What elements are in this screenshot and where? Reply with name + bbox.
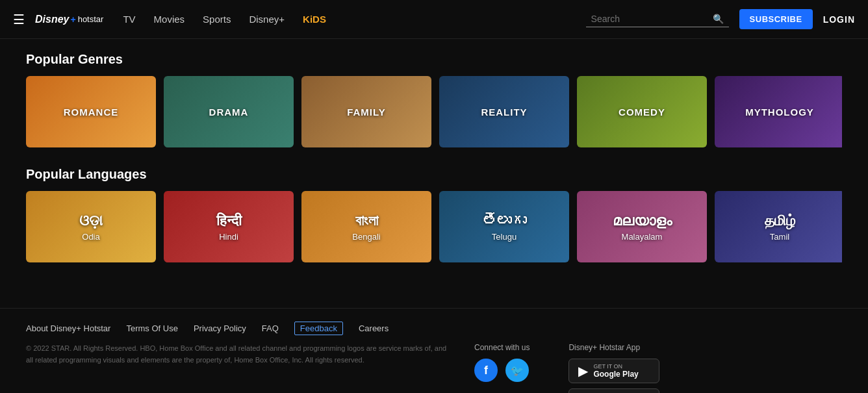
genre-card-family[interactable]: FAMILY (301, 76, 431, 147)
genre-label-drama: DRAMA (209, 107, 249, 118)
connect-section: Connect with us f 🐦 (474, 343, 530, 393)
logo-plus-text: + (70, 14, 75, 25)
genre-card-mythology[interactable]: MYTHOLOGY (715, 76, 842, 147)
facebook-icon[interactable]: f (474, 359, 498, 382)
lang-label-telugu: తెలుగు Telugu (482, 212, 526, 242)
genre-label-comedy: COMEDY (619, 107, 665, 118)
footer-link-terms[interactable]: Terms Of Use (126, 323, 177, 333)
subscribe-button[interactable]: SUBSCRIBE (739, 9, 813, 29)
app-section: Disney+ Hotstar App ▶ GET IT ON Google P… (568, 343, 659, 393)
lang-label-odia: ଓଡ଼ା Odia (79, 212, 103, 242)
nav-link-sports[interactable]: Sports (203, 14, 231, 25)
genre-card-comedy[interactable]: COMEDY (577, 76, 707, 147)
login-button[interactable]: LOGIN (823, 14, 855, 25)
nav-links: TV Movies Sports Disney+ KiDS (123, 14, 585, 25)
lang-card-malayalam[interactable]: മലയാളം Malayalam (577, 191, 707, 262)
google-play-text: GET IT ON Google Play (593, 363, 638, 379)
genre-label-reality: REALITY (481, 107, 527, 118)
nav-link-disneyplus[interactable]: Disney+ (249, 14, 285, 25)
genres-section: Popular Genres ROMANCE DRAMA FAMILY REAL… (26, 52, 842, 147)
genre-card-reality[interactable]: REALITY (439, 76, 569, 147)
languages-row: ଓଡ଼ା Odia हिन्दी Hindi বাংলা Bengali తెల… (26, 191, 842, 262)
genre-label-family: FAMILY (347, 107, 386, 118)
menu-icon[interactable]: ☰ (13, 12, 25, 27)
footer-link-privacy[interactable]: Privacy Policy (194, 323, 246, 333)
lang-label-bengali: বাংলা Bengali (352, 212, 380, 242)
app-buttons: ▶ GET IT ON Google Play Download on the … (568, 359, 659, 393)
nav-right: 🔍 SUBSCRIBE LOGIN (586, 9, 855, 29)
genres-title: Popular Genres (26, 52, 842, 67)
footer-link-about[interactable]: About Disney+ Hotstar (26, 323, 110, 333)
genre-card-drama[interactable]: DRAMA (164, 76, 294, 147)
lang-card-odia[interactable]: ଓଡ଼ା Odia (26, 191, 156, 262)
main-content: Popular Genres ROMANCE DRAMA FAMILY REAL… (0, 39, 868, 295)
lang-card-telugu[interactable]: తెలుగు Telugu (439, 191, 569, 262)
nav-link-kids[interactable]: KiDS (303, 14, 326, 25)
nav-link-tv[interactable]: TV (123, 14, 135, 25)
lang-card-bengali[interactable]: বাংলা Bengali (301, 191, 431, 262)
app-store-button[interactable]: Download on the App Store (568, 388, 659, 393)
languages-section: Popular Languages ଓଡ଼ା Odia हिन्दी Hindi… (26, 167, 842, 262)
languages-title: Popular Languages (26, 167, 842, 182)
logo-hotstar-text: hotstar (78, 14, 104, 24)
footer: About Disney+ Hotstar Terms Of Use Priva… (0, 308, 868, 393)
lang-card-tamil[interactable]: தமிழ் Tamil (715, 191, 842, 262)
google-play-icon: ▶ (578, 363, 588, 379)
footer-link-feedback[interactable]: Feedback (294, 322, 343, 335)
footer-right: Connect with us f 🐦 Disney+ Hotstar App … (474, 343, 659, 393)
navbar: ☰ Disney + hotstar TV Movies Sports Disn… (0, 0, 868, 39)
genre-label-mythology: MYTHOLOGY (745, 107, 814, 118)
lang-label-hindi: हिन्दी Hindi (216, 212, 242, 242)
footer-link-faq[interactable]: FAQ (262, 323, 279, 333)
connect-title: Connect with us (474, 343, 530, 352)
genre-card-romance[interactable]: ROMANCE (26, 76, 156, 147)
search-box[interactable]: 🔍 (586, 11, 729, 27)
lang-card-hindi[interactable]: हिन्दी Hindi (164, 191, 294, 262)
site-logo[interactable]: Disney + hotstar (35, 14, 103, 25)
app-title: Disney+ Hotstar App (568, 343, 659, 352)
lang-label-tamil: தமிழ் Tamil (765, 212, 795, 242)
lang-label-malayalam: മലയാളം Malayalam (613, 212, 672, 242)
genre-label-romance: ROMANCE (64, 107, 119, 118)
footer-links: About Disney+ Hotstar Terms Of Use Priva… (26, 322, 842, 335)
footer-bottom: © 2022 STAR. All Rights Reserved. HBO, H… (26, 343, 842, 393)
logo-disney-text: Disney (35, 14, 69, 25)
search-icon: 🔍 (713, 14, 724, 24)
footer-copyright: © 2022 STAR. All Rights Reserved. HBO, H… (26, 343, 448, 366)
genres-row: ROMANCE DRAMA FAMILY REALITY COMEDY MYTH… (26, 76, 842, 147)
nav-link-movies[interactable]: Movies (154, 14, 185, 25)
search-input[interactable] (591, 14, 713, 24)
google-play-button[interactable]: ▶ GET IT ON Google Play (568, 359, 659, 383)
twitter-icon[interactable]: 🐦 (505, 359, 529, 382)
social-icons: f 🐦 (474, 359, 530, 382)
footer-link-careers[interactable]: Careers (359, 323, 389, 333)
